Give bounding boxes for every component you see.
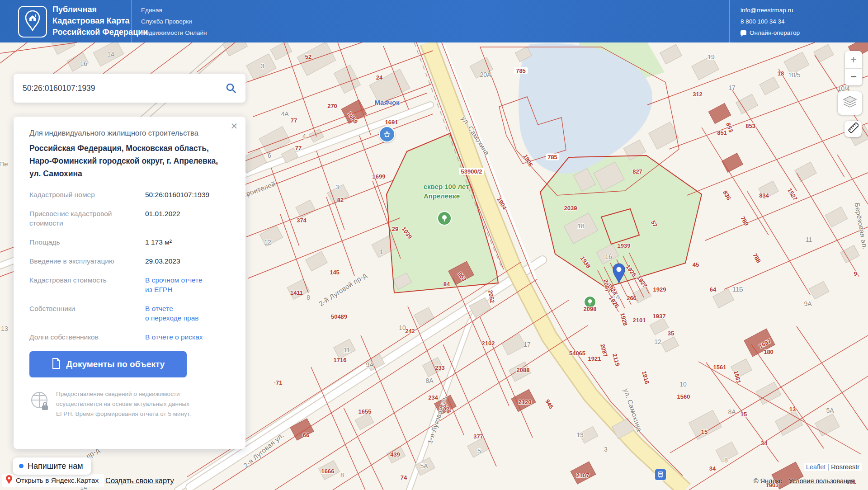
layers-icon	[842, 95, 858, 111]
page: 14165232420А785191810/51710/421 Б3128518…	[0, 0, 868, 490]
card-row: Долги собственниковВ отчете о рисках	[29, 332, 230, 342]
row-value-link[interactable]: В отчете о рисках	[145, 332, 203, 342]
disclaimer: Предоставление сведений о недвижимости о…	[29, 389, 230, 419]
row-value: 01.01.2022	[145, 209, 180, 228]
brand-logo[interactable]	[18, 6, 47, 38]
header-divider	[131, 0, 132, 42]
create-map-link[interactable]: Создать свою карту	[105, 476, 174, 485]
terms-link[interactable]: Условия пользования	[788, 477, 854, 485]
search-panel	[14, 74, 245, 103]
ruler-button[interactable]	[844, 121, 862, 137]
row-label: Кадастровая стоимость	[29, 275, 138, 294]
yandex-copyright[interactable]: © Яндекс	[754, 477, 782, 485]
park-tree-icon	[584, 296, 596, 308]
rosreestr-globe-lock-icon	[29, 389, 50, 419]
zoom-control: + −	[845, 51, 862, 85]
header-menu[interactable]: Единая Служба Проверки Недвижимости Онла…	[141, 5, 207, 38]
close-icon[interactable]: ✕	[228, 120, 240, 132]
card-row: Введение в эксплуатацию29.03.2023	[29, 256, 230, 266]
menu-line[interactable]: Единая	[141, 5, 207, 16]
yandex-pin-icon	[5, 475, 13, 486]
layers-button[interactable]	[838, 91, 862, 115]
zoom-in-button[interactable]: +	[845, 51, 862, 69]
write-us-button[interactable]: Напишите нам	[13, 457, 91, 475]
leaflet-link[interactable]: Leaflet	[806, 463, 826, 471]
header-divider	[729, 0, 730, 42]
phone-link[interactable]: 8 800 100 34 34	[741, 16, 800, 27]
header-contacts: info@rreestrmap.ru 8 800 100 34 34 Онлай…	[741, 5, 800, 38]
row-label: Собственники	[29, 304, 138, 323]
card-row: СобственникиВ отчете о переходе прав	[29, 304, 230, 323]
card-row: Присвоение кадастровой стоимости01.01.20…	[29, 209, 230, 228]
row-value: 50:26:0160107:1939	[145, 190, 209, 199]
chat-bubble-icon	[741, 30, 746, 35]
email-link[interactable]: info@rreestrmap.ru	[741, 5, 800, 16]
map-pin-house-icon	[24, 10, 41, 33]
open-in-yandex-button[interactable]: Открыть в Яндекс.Картах	[2, 474, 104, 487]
row-label: Введение в эксплуатацию	[29, 256, 138, 266]
ruler-icon	[848, 122, 859, 135]
row-value: 29.03.2023	[145, 256, 180, 266]
map-attribution: Leaflet|Rosreestr	[804, 463, 862, 471]
document-icon	[52, 358, 61, 371]
object-address: Российская Федерация, Московская область…	[29, 142, 230, 180]
row-value-link[interactable]: В срочном отчете из ЕГРН	[145, 275, 203, 294]
menu-line[interactable]: Служба Проверки	[141, 16, 207, 27]
zoom-out-button[interactable]: −	[845, 69, 862, 86]
card-rows: Кадастровый номер50:26:0160107:1939Присв…	[29, 190, 230, 342]
status-dot-icon	[19, 464, 24, 468]
menu-line[interactable]: Недвижимости Онлайн	[141, 27, 207, 38]
row-label: Кадастровый номер	[29, 190, 138, 199]
bus-stop-icon	[655, 469, 666, 481]
search-input[interactable]	[22, 83, 226, 94]
row-value: 1 173 м²	[145, 237, 172, 247]
disclaimer-text: Предоставление сведений о недвижимости о…	[56, 389, 208, 419]
search-icon[interactable]	[226, 83, 236, 94]
header: Публичная Кадастровая Карта Российской Ф…	[0, 0, 868, 42]
object-info-card: ✕ Для индивидуального жилищного строител…	[14, 117, 245, 449]
usage-type: Для индивидуального жилищного строительс…	[29, 128, 230, 138]
yandex-attribution: © Яндекс Условия пользования	[754, 477, 854, 485]
card-row: Площадь1 173 м²	[29, 237, 230, 247]
rosreestr-link[interactable]: Rosreestr	[831, 463, 859, 471]
row-label: Присвоение кадастровой стоимости	[29, 209, 138, 228]
card-row: Кадастровый номер50:26:0160107:1939	[29, 190, 230, 199]
online-operator-button[interactable]: Онлайн-оператор	[741, 27, 800, 38]
park-tree-icon	[437, 211, 452, 226]
row-label: Долги собственников	[29, 332, 138, 342]
shop-poi-icon[interactable]	[379, 126, 395, 142]
selected-parcel-marker[interactable]	[611, 263, 627, 285]
row-value-link[interactable]: В отчете о переходе прав	[145, 304, 199, 323]
documents-button[interactable]: Документы по объекту	[29, 351, 187, 377]
row-label: Площадь	[29, 237, 138, 247]
brand-title: Публичная Кадастровая Карта Российской Ф…	[52, 4, 148, 38]
card-row: Кадастровая стоимостьВ срочном отчете из…	[29, 275, 230, 294]
